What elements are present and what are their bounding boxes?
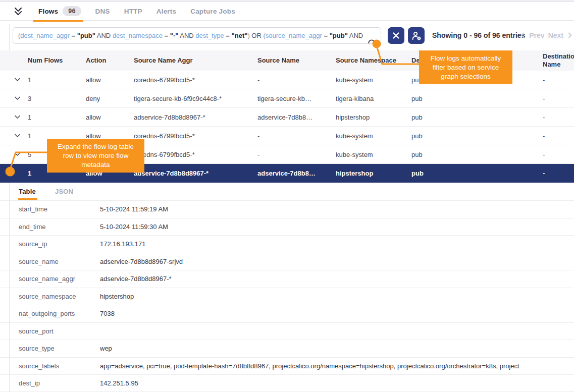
column-header-destination-name: Destination Name: [543, 52, 574, 68]
expand-row-chevron-icon[interactable]: [0, 152, 28, 156]
filter-token-value: "-": [170, 32, 179, 39]
cell-dest_name: -: [543, 114, 574, 121]
cell-source_name: -: [257, 132, 336, 140]
close-icon: [393, 32, 399, 39]
expand-row-chevron-icon[interactable]: [0, 134, 28, 138]
tab-alerts[interactable]: Alerts: [149, 2, 183, 21]
collapse-panel-button[interactable]: [13, 7, 23, 16]
cell-dest_name_aggr: pub: [411, 151, 543, 158]
detail-row: dest_ip142.251.5.95: [0, 374, 574, 392]
filter-token-field: dest_name_aggr: [20, 32, 70, 39]
detail-tab-json[interactable]: JSON: [55, 188, 73, 195]
detail-tabs: TableJSON: [0, 183, 574, 200]
filter-token-kw: OR: [250, 32, 264, 39]
column-header-source-name-aggr: Source Name Aggr: [134, 57, 257, 65]
detail-key: source_name: [0, 258, 100, 265]
filter-annotation-tooltip: Flow logs automatically filter based on …: [419, 50, 512, 84]
filter-token-kw: AND: [178, 32, 195, 39]
detail-value: wep: [100, 345, 574, 352]
detail-key: source_ip: [0, 240, 100, 248]
cell-dest_name: -: [543, 170, 574, 177]
detail-key: source_port: [0, 327, 100, 335]
filter-token-field: dest_namespace: [113, 32, 163, 39]
flow-detail-panel: TableJSON start_time5-10-2024 11:59:19 A…: [0, 183, 574, 392]
tab-http[interactable]: HTTP: [117, 2, 149, 21]
filter-token-op: =: [163, 32, 170, 39]
cell-source_namespace: kube-system: [336, 132, 411, 140]
user-settings-button[interactable]: [408, 27, 425, 44]
filter-token-op: =: [322, 32, 330, 39]
tab-capture-jobs[interactable]: Capture Jobs: [183, 2, 242, 21]
tab-dns[interactable]: DNS: [88, 2, 117, 21]
cell-num: 3: [28, 95, 86, 102]
prev-chevron-icon: [521, 32, 527, 38]
cell-dest_name_aggr: pub: [411, 132, 543, 140]
filter-token-op: =: [224, 32, 232, 39]
detail-value: 142.251.5.95: [100, 379, 574, 387]
tab-label: HTTP: [124, 8, 142, 15]
filter-query-input[interactable]: (dest_name_aggr = "pub" AND dest_namespa…: [13, 27, 381, 44]
expand-row-chevron-icon[interactable]: [0, 96, 28, 100]
detail-row: source_port: [0, 322, 574, 340]
detail-key: source_namespace: [0, 293, 100, 300]
column-header-source-namespace: Source Namespace: [336, 57, 411, 65]
expand-row-chevron-icon[interactable]: [0, 78, 28, 82]
log-type-tabbar: Flows96DNSHTTPAlertsCapture Jobs: [0, 2, 574, 21]
detail-row: source_nameadservice-7d8b8d8967-srjvd: [0, 253, 574, 270]
cell-source_namespace: hipstershop: [336, 170, 411, 177]
filter-token-kw: AND: [95, 32, 113, 39]
detail-key: source_type: [0, 345, 100, 352]
detail-value: adservice-7d8b8d8967-srjvd: [100, 258, 574, 265]
cell-action: allow: [86, 76, 134, 84]
detail-tab-table[interactable]: Table: [19, 188, 36, 195]
detail-key: nat_outgoing_ports: [0, 310, 100, 317]
flow-table-row[interactable]: 1allowadservice-7d8b8d8967-*adservice-7d…: [0, 108, 574, 127]
cell-source_name_aggr: tigera-secure-kb-6f9c9c44c8-*: [134, 95, 257, 102]
flow-table-row[interactable]: 3denytigera-secure-kb-6f9c9c44c8-*tigera…: [0, 89, 574, 108]
detail-key: end_time: [0, 223, 100, 231]
search-icon[interactable]: [356, 31, 377, 44]
detail-key: source_labels: [0, 362, 100, 370]
prev-button[interactable]: Prev: [529, 31, 544, 39]
cell-dest_name: -: [543, 151, 574, 158]
cell-source_name_aggr: adservice-7d8b8d8967-*: [134, 170, 257, 177]
cell-source_name: -: [257, 151, 336, 158]
detail-row: source_labelsapp=adservice, pci=true, po…: [0, 357, 574, 375]
detail-value: 7038: [100, 310, 574, 317]
detail-row: start_time5-10-2024 11:59:19 AM: [0, 200, 574, 218]
tab-count-badge: 96: [63, 6, 81, 16]
pagination: Prev Next: [521, 31, 571, 39]
detail-key: source_name_aggr: [0, 275, 100, 283]
tab-label: Alerts: [156, 8, 176, 15]
expand-row-chevron-icon[interactable]: [0, 115, 28, 119]
next-button[interactable]: Next: [548, 31, 563, 39]
filter-token-value: "pub": [77, 32, 95, 39]
cell-dest_name_aggr: pub: [411, 95, 543, 102]
cell-source_name: adservice-7d8b8…: [257, 114, 336, 121]
detail-row: source_typewep: [0, 340, 574, 357]
tab-label: Capture Jobs: [190, 8, 235, 15]
filter-token-value: "pub": [330, 32, 348, 39]
detail-row: source_ip172.16.193.171: [0, 235, 574, 253]
filter-token-value: "net": [232, 32, 248, 39]
detail-value: 5-10-2024 11:59:30 AM: [100, 223, 574, 231]
detail-value: 5-10-2024 11:59:19 AM: [100, 205, 574, 213]
tab-flows[interactable]: Flows96: [31, 2, 88, 21]
clear-filter-button[interactable]: [388, 27, 404, 44]
cell-source_name_aggr: coredns-6799fbcd5-*: [134, 151, 257, 158]
cell-dest_name_aggr: pub: [411, 170, 543, 177]
filter-token-field: dest_type: [195, 32, 224, 39]
cell-dest_name: -: [543, 76, 574, 84]
cell-source_namespace: hipstershop: [336, 114, 411, 121]
detail-row: source_name_aggradservice-7d8b8d8967-*: [0, 270, 574, 288]
chevron-double-down-icon: [13, 7, 23, 16]
cell-source_name_aggr: coredns-6799fbcd5-*: [134, 76, 257, 84]
cell-dest_name: -: [543, 95, 574, 102]
cell-source_namespace: kube-system: [336, 151, 411, 158]
cell-action: allow: [86, 114, 134, 121]
detail-key: start_time: [0, 205, 100, 213]
detail-row: source_namespacehipstershop: [0, 288, 574, 305]
entries-count: Showing 0 - 96 of 96 entries: [432, 31, 525, 39]
detail-row: nat_outgoing_ports7038: [0, 305, 574, 322]
tab-list: Flows96DNSHTTPAlertsCapture Jobs: [31, 2, 242, 21]
